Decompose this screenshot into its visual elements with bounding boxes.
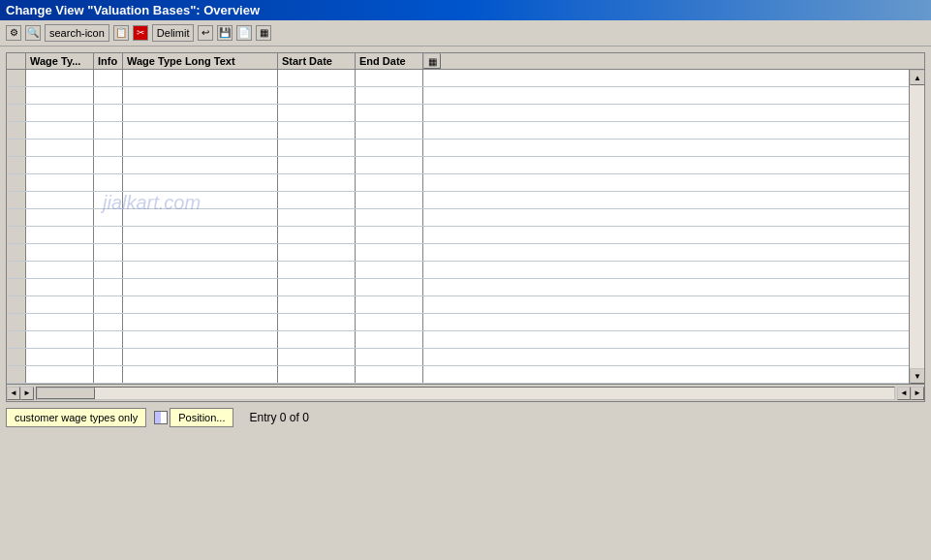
table-row[interactable] [7,227,909,244]
table-row[interactable] [7,122,909,140]
table-row[interactable] [7,314,909,331]
col-header-info: Info [94,53,123,69]
title-bar: Change View "Valuation Bases": Overview [0,0,931,20]
position-button[interactable]: Position... [170,408,233,427]
table-body: ▲ ▼ [7,70,924,384]
delimit-button[interactable]: Delimit [152,24,195,42]
table-row[interactable] [7,87,909,105]
table-header: Wage Ty... Info Wage Type Long Text Star… [7,53,924,70]
bottom-bar: customer wage types only Position... Ent… [6,408,925,427]
copy-icon[interactable]: 📋 [113,25,129,41]
table-row[interactable] [7,105,909,122]
col-header-wagety: Wage Ty... [26,53,94,69]
table-row[interactable] [7,296,909,314]
table-row[interactable] [7,262,909,279]
table-row[interactable] [7,244,909,262]
checkbox-col-header [7,53,26,69]
table-row[interactable] [7,209,909,227]
doc-icon[interactable]: 📄 [236,25,252,41]
table-footer: ◄ ► ◄ ► [7,384,924,401]
table-row[interactable] [7,192,909,209]
horizontal-scroll-track[interactable] [36,387,895,400]
table-rows [7,70,909,384]
table-icon[interactable]: ▦ [256,25,271,41]
scroll-down-button[interactable]: ▼ [910,368,924,384]
col-header-startdate: Start Date [278,53,356,69]
undo-icon[interactable]: ↩ [198,25,213,41]
title-text: Change View "Valuation Bases": Overview [6,3,260,17]
settings-icon[interactable]: ⚙ [6,25,21,41]
col-header-enddate: End Date [356,53,423,69]
table-row[interactable] [7,349,909,366]
toolbar: ⚙ 🔍 search-icon 📋 ✂ Delimit ↩ 💾 📄 ▦ [0,20,931,47]
entry-count: Entry 0 of 0 [249,411,308,424]
grid-icon [154,411,168,424]
scroll-up-button[interactable]: ▲ [910,70,924,85]
col-header-longtext: Wage Type Long Text [123,53,278,69]
table-row[interactable] [7,157,909,174]
scroll-left-button[interactable]: ◄ [7,387,20,400]
cut-icon[interactable]: ✂ [133,25,148,41]
data-table: Wage Ty... Info Wage Type Long Text Star… [6,52,925,402]
main-content: Wage Ty... Info Wage Type Long Text Star… [0,47,931,553]
save-icon[interactable]: 💾 [217,25,233,41]
column-resize-handle[interactable]: ▦ [423,53,441,69]
scroll-track[interactable] [910,85,924,368]
expand-collapse-button[interactable]: search-icon [45,24,109,42]
table-row[interactable] [7,140,909,157]
search-icon[interactable]: 🔍 [25,25,41,41]
table-row[interactable] [7,279,909,296]
h-scroll-right-button[interactable]: ► [911,387,924,400]
scroll-right-small-button[interactable]: ► [20,387,34,400]
table-row[interactable] [7,331,909,349]
table-row[interactable] [7,174,909,192]
h-scroll-left-button[interactable]: ◄ [897,387,911,400]
table-row[interactable] [7,366,909,384]
customer-wage-types-button[interactable]: customer wage types only [6,408,146,427]
table-row[interactable] [7,70,909,87]
vertical-scrollbar[interactable]: ▲ ▼ [909,70,924,384]
